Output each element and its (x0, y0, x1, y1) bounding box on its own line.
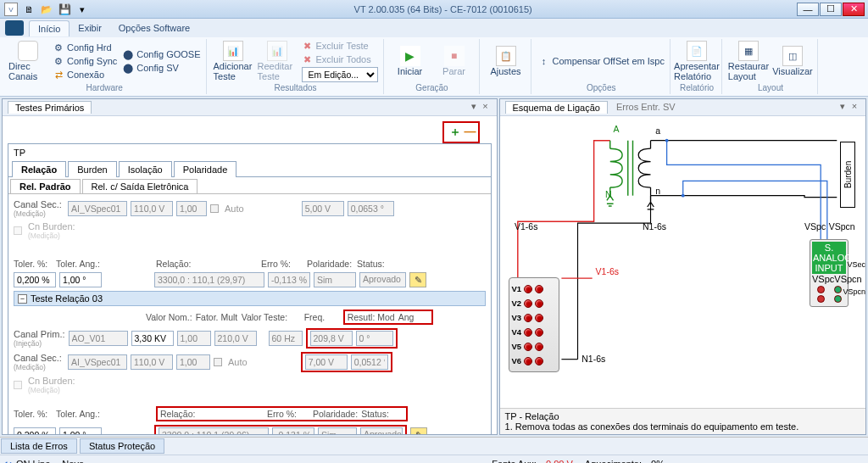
app-menu-button[interactable] (5, 20, 24, 36)
direc-canais-button[interactable]: ⇄ Direc Canais (8, 41, 47, 81)
lbl-erro-1: Erro %: (261, 259, 303, 269)
right-tab-esquema[interactable]: Esquema de Ligação (505, 101, 608, 114)
tab-opcoes[interactable]: Opções Software (110, 20, 198, 36)
qat-new-icon[interactable]: 🗎 (22, 3, 36, 16)
excluir-teste-button[interactable]: Excluir Teste (302, 40, 378, 52)
x-all-icon (302, 53, 314, 65)
edit-button-2[interactable] (410, 427, 427, 434)
inp-5v (302, 201, 344, 216)
tab-isolacao[interactable]: Isolação (119, 161, 172, 177)
pane-pin-icon-r[interactable]: ▾ (837, 101, 849, 114)
inp-tolerpct-2[interactable] (14, 427, 56, 434)
subtab-relpadrao[interactable]: Rel. Padrão (10, 179, 81, 193)
row-toler-1: Toler. %: Toler. Ang.: Relação: Erro %: … (14, 259, 486, 269)
pane-pin-icon[interactable]: ▾ (468, 101, 480, 114)
lbl-resultmod: Resutl: Mod (348, 312, 395, 322)
lbl-freq: Freq. (304, 312, 340, 322)
conexao-button[interactable]: Conexão (53, 69, 117, 81)
pane-close-icon[interactable]: × (480, 101, 492, 114)
lbl-valornom: Valor Nom.: (146, 312, 192, 322)
sel-canal-prim[interactable] (69, 331, 128, 346)
lbl-status-2: Status: (361, 409, 403, 419)
minimize-button[interactable]: — (797, 3, 819, 16)
section-title: Teste Relação 03 (31, 293, 103, 304)
tab-exibir[interactable]: Exibir (70, 20, 110, 36)
jack-icon (524, 343, 532, 351)
section-header-03[interactable]: − Teste Relação 03 (14, 291, 486, 306)
compensar-offset-button[interactable]: ↕Compensar OffSet em Ispc (538, 55, 665, 67)
pane-close-icon-r[interactable]: × (849, 101, 860, 114)
config-hrd-button[interactable]: Config Hrd (53, 42, 117, 53)
inp-secv[interactable] (131, 354, 173, 370)
lbl-fatormult: Fator. Mult (196, 312, 238, 322)
inp-tolerang-1[interactable] (59, 272, 102, 287)
excluir-todos-button[interactable]: Excluir Todos (302, 53, 378, 65)
qat-dropdown-icon[interactable]: ▾ (75, 3, 89, 16)
label-n16s-term: N1-6s (581, 354, 605, 364)
collapse-toggle-icon[interactable]: − (18, 294, 27, 304)
lbl-tolerang: Toler. Ang.: (56, 259, 103, 269)
sel-canal-sec-1[interactable] (68, 201, 127, 216)
remove-button[interactable]: — (465, 125, 476, 140)
statusbar: ON Line Novo ... Fonte Aux: 0,00 V Aquec… (0, 455, 868, 463)
inp-status-2: Aprovado (360, 427, 403, 434)
inp-resmod (310, 331, 353, 346)
apresentar-relatorio-button[interactable]: Apresentar Relatório (677, 41, 716, 81)
adicionar-teste-button[interactable]: 📊Adicionar Teste (214, 41, 253, 81)
lbl-canal-prim: Canal Prim.:(Injeção) (14, 329, 65, 348)
maximize-button[interactable]: ☐ (820, 3, 842, 16)
direc-label: Direc Canais (8, 61, 47, 81)
compensar-label: Compensar OffSet em Ispc (553, 56, 665, 66)
inp-110v-1[interactable] (131, 201, 173, 216)
add-button[interactable]: ＋ (449, 125, 461, 140)
restaurar-layout-button[interactable]: Restaurar Layout (729, 41, 768, 81)
tab-burden[interactable]: Burden (68, 161, 116, 177)
config-sync-button[interactable]: Config Sync (53, 55, 117, 67)
chk-cnburden-2[interactable] (14, 381, 22, 389)
sel-canal-sec-2[interactable] (68, 354, 127, 370)
left-pane-tab[interactable]: Testes Primários (8, 101, 92, 114)
tab-inicio[interactable]: Início (29, 20, 70, 36)
close-button[interactable]: ✕ (843, 3, 865, 16)
app-icon: V (4, 3, 18, 16)
group-geracao-title: Geração (391, 83, 474, 92)
tab-lista-erros[interactable]: Lista de Erros (1, 438, 77, 454)
workspace: Testes Primários ▾ × ＋ — TP Relação Burd… (0, 97, 868, 437)
chk-auto-1[interactable] (210, 204, 219, 213)
config-goose-button[interactable]: ⬤Config GOOSE (122, 48, 200, 60)
jack-icon (817, 295, 825, 303)
em-edicao-select[interactable]: Em Edição... (302, 67, 378, 82)
right-tab-erros[interactable]: Erros Entr. SV (609, 101, 682, 114)
config-sv-label: Config SV (136, 63, 179, 73)
tab-status-protecao[interactable]: Status Proteção (80, 438, 164, 454)
qat-open-icon[interactable]: 📂 (40, 3, 53, 16)
config-hrd-label: Config Hrd (67, 42, 112, 53)
tabset-main: Relação Burden Isolação Polaridade (8, 161, 491, 177)
add-test-icon: 📊 (223, 41, 243, 61)
inp-fmult[interactable] (177, 331, 211, 346)
group-resultados: 📊Adicionar Teste 📊Reeditar Teste Excluir… (209, 39, 384, 94)
add-remove-buttons: ＋ — (442, 121, 480, 143)
reeditar-teste-button[interactable]: 📊Reeditar Teste (258, 41, 297, 81)
chk-auto-2[interactable] (214, 358, 222, 366)
inp-secmult[interactable] (176, 354, 210, 370)
parar-button[interactable]: Parar (435, 46, 474, 76)
visualizar-button[interactable]: Visualizar (773, 46, 812, 76)
tab-relacao[interactable]: Relação (12, 161, 66, 177)
inp-mult-1[interactable] (176, 201, 207, 216)
ajustes-button[interactable]: Ajustes (487, 46, 526, 76)
tab-polaridade[interactable]: Polaridade (174, 161, 237, 177)
chk-cnburden-1[interactable] (14, 226, 22, 235)
inp-tolerang-2[interactable] (59, 427, 102, 434)
inp-vnom[interactable] (131, 331, 174, 346)
lbl-relacao-2: Relação: (160, 409, 264, 419)
iniciar-button[interactable]: Iniciar (391, 46, 430, 76)
qat-save-icon[interactable] (58, 3, 71, 16)
edit-button-1[interactable] (409, 272, 426, 287)
restore-icon (738, 41, 759, 61)
ajustes-label: Ajustes (490, 66, 520, 76)
config-sv-button[interactable]: ⬤Config SV (122, 62, 200, 74)
subtab-releletronica[interactable]: Rel. c/ Saída Eletrônica (82, 179, 198, 193)
status-aquec: Aquecimento: 0% (585, 459, 665, 463)
inp-tolerpct-1[interactable] (14, 272, 56, 287)
